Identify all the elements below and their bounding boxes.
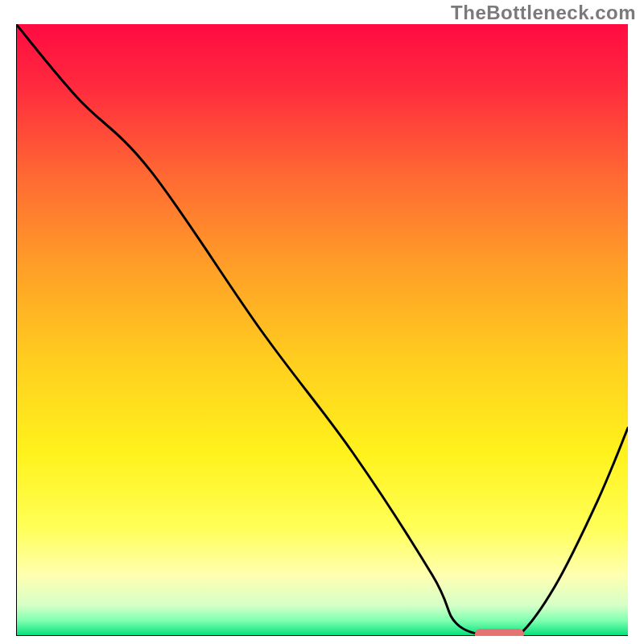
chart-plot [16,24,628,636]
watermark-label: TheBottleneck.com [451,2,636,24]
chart-background [16,24,628,636]
chart-svg [16,24,628,636]
chart-root: TheBottleneck.com [0,0,644,644]
optimal-range-marker [475,629,524,636]
